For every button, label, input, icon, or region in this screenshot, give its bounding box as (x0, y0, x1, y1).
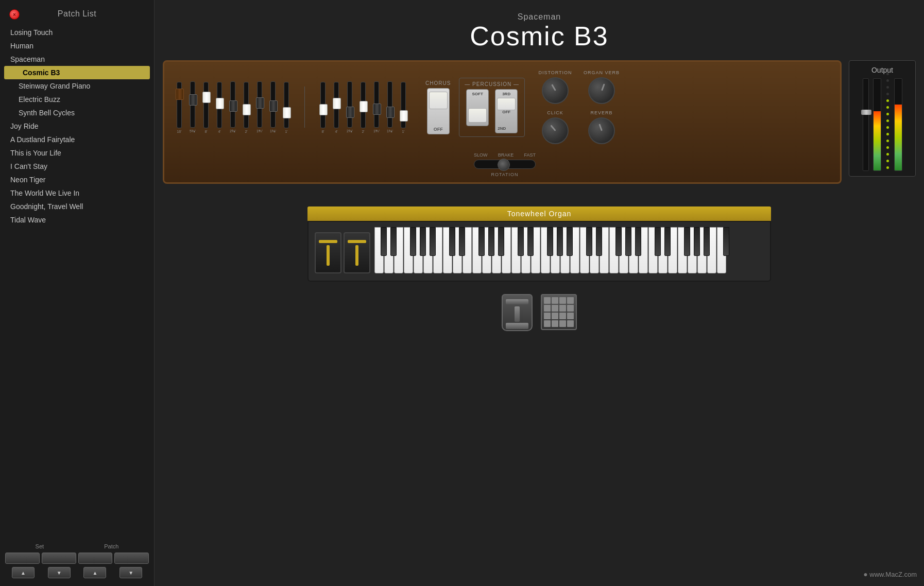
drawbar-handle-6[interactable] (400, 110, 408, 122)
patch-item[interactable]: I Can't Stay (0, 160, 154, 173)
black-key-41[interactable] (615, 227, 622, 256)
drawbar-1[interactable]: 5⅓' (187, 81, 198, 133)
black-key-31[interactable] (557, 227, 563, 256)
black-key-7[interactable] (420, 227, 426, 256)
patch-item[interactable]: Cosmic B3 (4, 66, 150, 79)
black-key-53[interactable] (684, 227, 690, 256)
black-key-5[interactable] (410, 227, 416, 256)
patch-item[interactable]: This is Your Life (0, 146, 154, 160)
black-key-17[interactable] (478, 227, 485, 256)
drawbar-handle-2[interactable] (202, 92, 211, 103)
black-key-9[interactable] (430, 227, 436, 256)
drawbar-1[interactable]: 4' (331, 82, 342, 133)
black-key-29[interactable] (547, 227, 553, 256)
set-down-arrow[interactable]: ▼ (48, 567, 71, 578)
drawbar-handle-3[interactable] (360, 101, 368, 112)
patch-item[interactable]: Joy Ride (0, 119, 154, 133)
instrument-subtitle: Spaceman (163, 12, 916, 22)
patch-item[interactable]: Human (0, 39, 154, 53)
drawbar-handle-6[interactable] (256, 97, 264, 109)
patch-item[interactable]: Neon Tiger (0, 173, 154, 186)
organ-verb-knob[interactable] (588, 77, 615, 104)
drawbar-handle-5[interactable] (386, 107, 395, 118)
black-key-50[interactable] (664, 227, 671, 256)
rotation-track[interactable] (474, 160, 536, 169)
drawbar-7[interactable]: 1⅓' (267, 81, 279, 133)
patch-item[interactable]: Spaceman (0, 53, 154, 66)
sustain-pedal[interactable] (502, 294, 533, 331)
black-key-2[interactable] (390, 227, 397, 256)
black-key-12[interactable] (449, 227, 455, 256)
black-key-45[interactable] (635, 227, 641, 256)
piano-keyboard[interactable] (374, 227, 764, 273)
perc-speed-toggle[interactable]: 3RD OFF 2ND (495, 89, 518, 133)
drawbar-2[interactable]: 8' (200, 82, 212, 133)
rotation-handle[interactable] (498, 159, 510, 171)
output-slider-handle[interactable] (861, 110, 871, 115)
drawbar-handle-1[interactable] (189, 94, 197, 106)
drawbar-handle-1[interactable] (333, 98, 341, 109)
black-key-21[interactable] (498, 227, 504, 256)
drawbar-handle-4[interactable] (373, 104, 381, 115)
soft-norm-toggle[interactable]: SOFT NORM (466, 89, 489, 126)
drawbar-handle-0[interactable] (319, 104, 328, 115)
chorus-toggle[interactable]: ON OFF (427, 88, 450, 134)
drawbar-handle-5[interactable] (243, 104, 251, 115)
black-key-48[interactable] (655, 227, 661, 256)
set-up-arrow[interactable]: ▲ (12, 567, 35, 578)
drawbar-8[interactable]: 1' (281, 82, 292, 133)
patch-item[interactable]: Synth Bell Cycles (0, 106, 154, 119)
drawbar-5[interactable]: 2' (241, 82, 252, 133)
expression-pedal-2[interactable] (344, 232, 370, 273)
patch-btn-2[interactable] (114, 553, 149, 564)
patch-up-arrow[interactable]: ▲ (83, 567, 106, 578)
click-knob[interactable] (542, 117, 569, 144)
patch-item[interactable]: Losing Touch (0, 26, 154, 39)
black-key-19[interactable] (488, 227, 494, 256)
drawbar-handle-7[interactable] (269, 100, 278, 112)
drawbar-4[interactable]: 1⅗' (371, 81, 382, 133)
distortion-knob[interactable] (542, 77, 569, 104)
black-key-26[interactable] (527, 227, 534, 256)
drawbar-5[interactable]: 1⅓' (384, 81, 396, 133)
patch-item[interactable]: The World We Live In (0, 186, 154, 200)
drawbar-0[interactable]: 8' (317, 82, 329, 133)
black-key-60[interactable] (723, 227, 729, 256)
keyboard-body (307, 221, 771, 282)
drawbar-0[interactable]: 16' (174, 82, 185, 133)
reverb-knob[interactable] (588, 117, 615, 144)
drawbar-3[interactable]: 2' (357, 82, 369, 133)
drawbar-handle-0[interactable] (176, 89, 184, 100)
set-btn-1[interactable] (5, 553, 40, 564)
drawbar-handle-4[interactable] (229, 100, 237, 112)
patch-item[interactable]: Goodnight, Travel Well (0, 200, 154, 213)
volume-pedal[interactable] (541, 294, 577, 330)
patch-btn-1[interactable] (78, 553, 113, 564)
drawbar-handle-8[interactable] (283, 107, 291, 118)
patch-item[interactable]: Electric Buzz (0, 93, 154, 106)
black-key-24[interactable] (518, 227, 524, 256)
drawbar-2[interactable]: 2⅔' (344, 81, 355, 133)
drawbar-4[interactable]: 2⅔' (227, 81, 238, 133)
drawbar-handle-3[interactable] (216, 98, 224, 109)
drawbar-6[interactable]: 1⅗' (254, 81, 265, 133)
drawbar-3[interactable]: 4' (214, 82, 225, 133)
black-key-55[interactable] (694, 227, 700, 256)
set-btn-2[interactable] (42, 553, 76, 564)
patch-item[interactable]: A Dustland Fairytale (0, 133, 154, 146)
drawbar-6[interactable]: 1' (398, 82, 409, 133)
black-key-43[interactable] (625, 227, 631, 256)
drawbar-handle-2[interactable] (346, 107, 354, 118)
black-key-33[interactable] (567, 227, 573, 256)
black-key-57[interactable] (704, 227, 710, 256)
rotation-slow-label: SLOW (474, 152, 488, 158)
patch-down-arrow[interactable]: ▼ (119, 567, 142, 578)
expression-pedal-1[interactable] (315, 232, 341, 273)
black-key-14[interactable] (459, 227, 465, 256)
black-key-0[interactable] (381, 227, 387, 256)
black-key-36[interactable] (586, 227, 592, 256)
close-button[interactable]: × (9, 9, 20, 20)
patch-item[interactable]: Steinway Grand Piano (0, 79, 154, 93)
black-key-38[interactable] (596, 227, 602, 256)
patch-item[interactable]: Tidal Wave (0, 213, 154, 227)
